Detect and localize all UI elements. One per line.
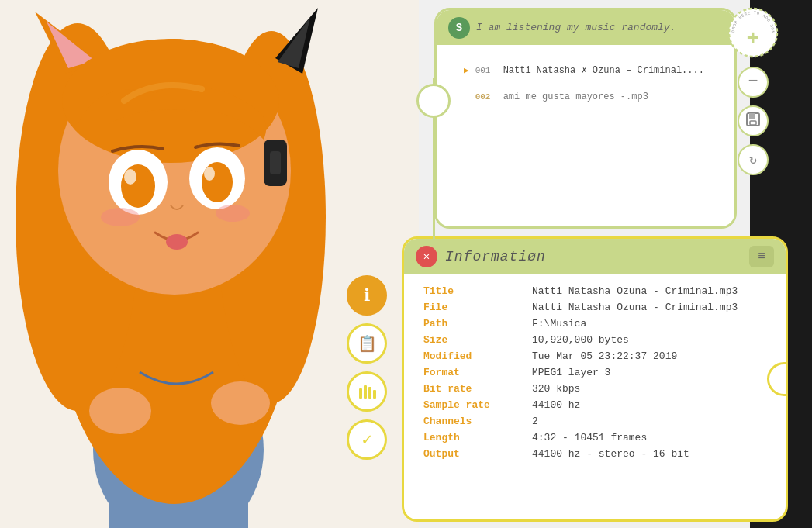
info-header: ✕ Informatiøn ≡ bbox=[404, 239, 786, 274]
svg-rect-35 bbox=[368, 387, 371, 399]
info-value-4: Tue Mar 05 23:22:37 2019 bbox=[532, 350, 766, 362]
refresh-button[interactable]: ↻ bbox=[738, 144, 769, 175]
info-label-8: Channels bbox=[423, 416, 524, 427]
info-value-2: F:\Musica bbox=[532, 318, 766, 330]
svg-point-18 bbox=[124, 169, 136, 185]
svg-rect-32 bbox=[750, 121, 756, 125]
svg-point-16 bbox=[121, 164, 155, 208]
svg-point-19 bbox=[204, 167, 215, 181]
info-label-2: Path bbox=[423, 318, 524, 330]
playlist-subtitle: I am listening my music randomly. bbox=[476, 22, 676, 33]
info-value-10: 44100 hz - stereo - 16 bit bbox=[532, 448, 766, 460]
menu-button[interactable]: ≡ bbox=[749, 246, 774, 267]
info-side-icons: ℹ 📋 ✓ bbox=[347, 275, 387, 460]
info-value-6: 320 kbps bbox=[532, 383, 766, 395]
info-label-9: Length bbox=[423, 432, 524, 443]
equalizer-icon bbox=[358, 382, 376, 401]
info-label-7: Sample rate bbox=[423, 399, 524, 411]
info-icon-button[interactable]: ℹ bbox=[347, 275, 387, 316]
list-icon-button[interactable]: 📋 bbox=[347, 323, 387, 364]
track-item-1[interactable]: ▶ 001 Natti Natasha ✗ Ozuna – Criminal..… bbox=[460, 57, 723, 84]
svg-point-22 bbox=[216, 205, 250, 222]
svg-rect-33 bbox=[359, 388, 362, 399]
info-header-left: ✕ Informatiøn bbox=[416, 246, 546, 267]
info-label-5: Format bbox=[423, 367, 524, 378]
remove-button[interactable]: − bbox=[738, 67, 769, 98]
svg-rect-34 bbox=[364, 385, 367, 399]
save-button[interactable] bbox=[738, 105, 769, 136]
check-icon-button[interactable]: ✓ bbox=[347, 419, 387, 460]
playlist-body: ▶ 001 Natti Natasha ✗ Ozuna – Criminal..… bbox=[437, 45, 734, 122]
info-value-1: Natti Natasha Ozuna - Criminal.mp3 bbox=[532, 302, 766, 313]
info-value-3: 10,920,000 bytes bbox=[532, 334, 766, 346]
track-item-2[interactable]: ▶ 002 ami me gusta mayores -.mp3 bbox=[460, 84, 723, 110]
info-value-8: 2 bbox=[532, 416, 766, 427]
playlist-connector-circle bbox=[416, 84, 451, 118]
side-buttons-panel: + DROP HERE TO ADD SONGS − ↻ bbox=[727, 6, 779, 175]
track-number-1: 001 bbox=[475, 66, 497, 75]
info-label-1: File bbox=[423, 302, 524, 313]
info-label-6: Bit rate bbox=[423, 383, 524, 395]
svg-rect-24 bbox=[270, 151, 281, 174]
playlist-logo: S bbox=[448, 17, 470, 39]
drop-zone[interactable]: + DROP HERE TO ADD SONGS bbox=[727, 6, 779, 59]
equalizer-icon-button[interactable] bbox=[347, 371, 387, 412]
drop-arc-text: DROP HERE TO ADD SONGS bbox=[727, 6, 779, 59]
track-play-indicator-1: ▶ bbox=[464, 65, 469, 75]
info-value-5: MPEG1 layer 3 bbox=[532, 367, 766, 378]
svg-point-25 bbox=[89, 388, 151, 434]
svg-point-21 bbox=[101, 208, 140, 226]
info-value-7: 44100 hz bbox=[532, 399, 766, 411]
svg-rect-36 bbox=[373, 390, 376, 399]
track-name-1: Natti Natasha ✗ Ozuna – Criminal.... bbox=[503, 64, 704, 76]
track-name-2: ami me gusta mayores -.mp3 bbox=[503, 91, 648, 102]
playlist-header: S I am listening my music randomly. bbox=[437, 10, 734, 45]
info-body: TitleNatti Natasha Ozuna - Criminal.mp3F… bbox=[404, 274, 786, 471]
playlist-window: S I am listening my music randomly. ▶ 00… bbox=[434, 8, 737, 229]
close-button[interactable]: ✕ bbox=[416, 246, 437, 267]
information-window: ✕ Informatiøn ≡ TitleNatti Natasha Ozuna… bbox=[402, 236, 788, 522]
info-label-0: Title bbox=[423, 285, 524, 297]
info-title: Informatiøn bbox=[445, 249, 546, 264]
info-value-9: 4:32 - 10451 frames bbox=[532, 432, 766, 443]
info-label-3: Size bbox=[423, 334, 524, 346]
svg-point-26 bbox=[211, 381, 270, 425]
svg-text:DROP HERE TO ADD SONGS: DROP HERE TO ADD SONGS bbox=[727, 6, 776, 33]
info-label-10: Output bbox=[423, 448, 524, 460]
svg-point-20 bbox=[166, 234, 188, 250]
svg-rect-31 bbox=[749, 113, 755, 119]
track-number-2: 002 bbox=[475, 92, 497, 102]
info-label-4: Modified bbox=[423, 350, 524, 362]
info-value-0: Natti Natasha Ozuna - Criminal.mp3 bbox=[532, 285, 766, 297]
